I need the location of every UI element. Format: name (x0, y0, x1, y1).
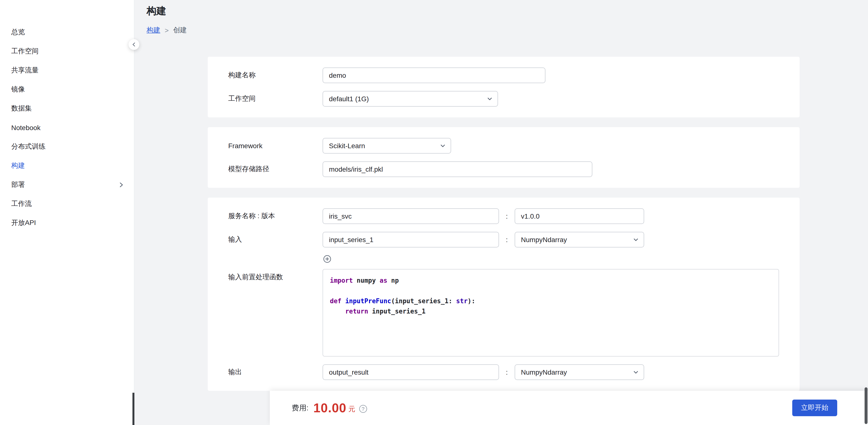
cost-unit: 元 (348, 405, 355, 414)
sidebar-item-label: 部署 (11, 180, 25, 189)
sidebar-item-label: 工作空间 (11, 47, 39, 56)
add-input-row (228, 254, 780, 263)
service-name-input[interactable] (322, 208, 499, 224)
chevron-down-icon (633, 369, 639, 375)
framework-card: Framework Scikit-Learn 模型存储路径 (208, 127, 800, 188)
service-version-input[interactable] (515, 208, 644, 224)
model-path-input[interactable] (322, 161, 592, 177)
sidebar-item-notebook[interactable]: Notebook (0, 118, 134, 137)
workspace-row: 工作空间 default1 (1G) (228, 91, 780, 107)
model-path-row: 模型存储路径 (228, 161, 780, 177)
build-create-page: 总览 工作空间 共享流量 镜像 数据集 Notebook 分布式训练 构建 (0, 0, 868, 425)
output-label: 输出 (228, 368, 322, 376)
main-content: 构建 构建 > 创建 构建名称 工作空间 default1 (1G) (135, 0, 868, 425)
sidebar-nav: 总览 工作空间 共享流量 镜像 数据集 Notebook 分布式训练 构建 (0, 0, 134, 232)
chevron-right-icon (118, 182, 124, 188)
sidebar-item-workspace[interactable]: 工作空间 (0, 41, 134, 61)
framework-row: Framework Scikit-Learn (228, 138, 780, 153)
input-prefunc-row: 输入前置处理函数 import numpy as npdef inputPreF… (228, 269, 780, 357)
output-name-input[interactable] (322, 364, 499, 380)
sidebar-item-build[interactable]: 构建 (0, 156, 134, 175)
chevron-down-icon (487, 96, 493, 102)
scrollbar-thumb[interactable] (865, 387, 868, 424)
help-circle-icon[interactable]: ? (359, 405, 367, 413)
colon-separator: : (506, 212, 508, 220)
colon-separator: : (506, 236, 508, 244)
form-cards: 构建名称 工作空间 default1 (1G) Framework (208, 57, 800, 401)
page-title: 构建 (147, 4, 868, 18)
sidebar-item-label: 镜像 (11, 85, 25, 94)
service-name-version-row: 服务名称 : 版本 : (228, 208, 780, 224)
page-header: 构建 构建 > 创建 (135, 0, 868, 35)
input-type-select-value: NumpyNdarray (521, 236, 567, 244)
sidebar-item-label: 数据集 (11, 104, 32, 113)
chevron-down-icon (633, 237, 639, 243)
build-name-label: 构建名称 (228, 71, 322, 80)
sidebar-item-label: 共享流量 (11, 66, 39, 75)
cost-section: 费用: 10.00 元 ? (292, 400, 367, 416)
chevron-down-icon (440, 143, 446, 149)
cost-label: 费用: (292, 403, 308, 413)
sidebar-item-label: 开放API (11, 218, 36, 227)
input-row: 输入 : NumpyNdarray (228, 232, 780, 248)
build-name-row: 构建名称 (228, 67, 780, 83)
framework-label: Framework (228, 142, 322, 150)
cost-value: 10.00 (313, 400, 346, 416)
plus-circle-icon (323, 255, 331, 263)
sidebar: 总览 工作空间 共享流量 镜像 数据集 Notebook 分布式训练 构建 (0, 0, 134, 425)
service-name-version-label: 服务名称 : 版本 (228, 212, 322, 221)
sidebar-item-label: 总览 (11, 28, 25, 36)
sidebar-item-shared-traffic[interactable]: 共享流量 (0, 61, 134, 80)
sidebar-item-deploy[interactable]: 部署 (0, 175, 134, 194)
framework-select-value: Scikit-Learn (329, 142, 365, 150)
add-input-button[interactable] (322, 254, 331, 263)
workspace-select[interactable]: default1 (1G) (322, 91, 498, 107)
build-name-input[interactable] (322, 67, 546, 83)
bottom-bar: 费用: 10.00 元 ? 立即开始 (270, 391, 868, 425)
sidebar-item-label: 构建 (11, 161, 25, 170)
input-type-select[interactable]: NumpyNdarray (515, 232, 644, 248)
output-type-select[interactable]: NumpyNdarray (515, 364, 644, 380)
breadcrumb-current: 创建 (173, 26, 187, 35)
input-name-input[interactable] (322, 232, 499, 248)
model-path-label: 模型存储路径 (228, 165, 322, 174)
sidebar-item-open-api[interactable]: 开放API (0, 213, 134, 232)
sidebar-item-label: 分布式训练 (11, 142, 45, 151)
output-type-select-value: NumpyNdarray (521, 368, 567, 376)
input-label: 输入 (228, 235, 322, 244)
breadcrumb: 构建 > 创建 (147, 26, 868, 35)
code-editor[interactable]: import numpy as npdef inputPreFunc(input… (322, 269, 779, 357)
workspace-select-value: default1 (1G) (329, 95, 369, 103)
chevron-left-icon (131, 42, 136, 47)
sidebar-item-workflow[interactable]: 工作流 (0, 194, 134, 213)
framework-select[interactable]: Scikit-Learn (322, 138, 451, 153)
colon-separator: : (506, 368, 508, 376)
breadcrumb-separator: > (165, 26, 168, 34)
service-card: 服务名称 : 版本 : 输入 : NumpyNdarray (208, 198, 800, 391)
start-button[interactable]: 立即开始 (792, 400, 837, 416)
breadcrumb-link-build[interactable]: 构建 (147, 26, 160, 35)
workspace-label: 工作空间 (228, 94, 322, 103)
sidebar-item-images[interactable]: 镜像 (0, 80, 134, 99)
sidebar-item-overview[interactable]: 总览 (0, 23, 134, 41)
basic-info-card: 构建名称 工作空间 default1 (1G) (208, 57, 800, 117)
output-row: 输出 : NumpyNdarray (228, 364, 780, 380)
sidebar-item-datasets[interactable]: 数据集 (0, 99, 134, 118)
sidebar-item-label: 工作流 (11, 199, 32, 208)
sidebar-item-distributed-training[interactable]: 分布式训练 (0, 137, 134, 156)
sidebar-scrollbar-thumb[interactable] (132, 393, 134, 425)
sidebar-item-label: Notebook (11, 123, 40, 131)
input-prefunc-label: 输入前置处理函数 (228, 269, 322, 282)
code-editor-content: import numpy as npdef inputPreFunc(input… (330, 275, 772, 316)
sidebar-collapse-button[interactable] (128, 39, 139, 50)
